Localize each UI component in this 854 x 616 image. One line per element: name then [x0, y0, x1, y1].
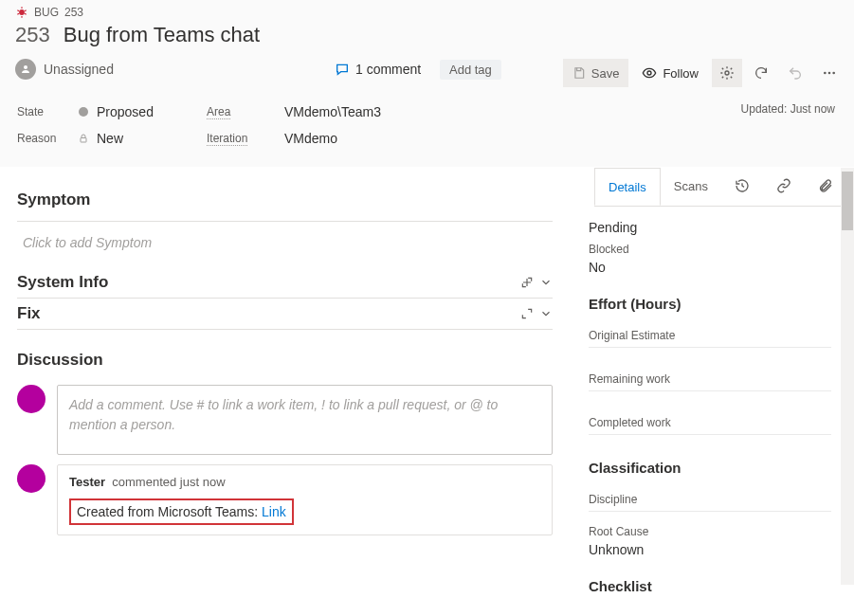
undo-button[interactable] — [780, 59, 810, 87]
expand-icon[interactable] — [520, 276, 534, 289]
expand-icon[interactable] — [520, 307, 534, 320]
comment-body: Created from Microsoft Teams: Link — [69, 498, 540, 525]
comment-card: Tester commented just now Created from M… — [57, 464, 553, 535]
unassigned-avatar-icon — [15, 59, 36, 80]
more-actions-button[interactable] — [814, 59, 845, 87]
comment-time: commented just now — [112, 475, 225, 489]
fix-heading: Fix — [17, 304, 41, 323]
chevron-down-icon[interactable] — [539, 307, 553, 320]
highlighted-comment: Created from Microsoft Teams: Link — [69, 498, 294, 525]
save-button[interactable]: Save — [563, 59, 629, 87]
completed-work-field[interactable]: Completed work — [589, 405, 831, 435]
original-estimate-field[interactable]: Original Estimate — [589, 317, 831, 348]
commenter-avatar — [17, 464, 45, 493]
checklist-heading: Checklist — [589, 565, 831, 600]
area-value[interactable]: VMdemo\Team3 — [284, 104, 381, 119]
comments-link[interactable]: 1 comment — [335, 62, 421, 77]
undo-icon — [788, 65, 803, 81]
discussion-heading: Discussion — [17, 343, 553, 375]
svg-point-3 — [725, 71, 729, 75]
root-cause-value[interactable]: Unknown — [589, 538, 831, 565]
blocked-value[interactable]: No — [589, 256, 831, 282]
state-label: State — [17, 105, 78, 118]
symptom-input[interactable]: Click to add Symptom — [17, 231, 553, 267]
link-icon — [776, 178, 791, 193]
updated-text: Updated: Just now — [741, 102, 835, 116]
system-info-section[interactable]: System Info — [17, 267, 553, 299]
toolbar: Save Follow — [563, 59, 845, 87]
tab-links[interactable] — [763, 168, 805, 206]
breadcrumb-id: 253 — [64, 6, 83, 19]
scrollbar-track[interactable] — [841, 168, 854, 585]
bug-icon — [15, 6, 28, 19]
svg-point-7 — [79, 107, 88, 117]
symptom-heading: Symptom — [17, 183, 553, 215]
reason-value[interactable]: New — [78, 131, 123, 146]
side-panel: Details Scans Pending Blocked No Effort … — [579, 168, 854, 585]
classification-heading: Classification — [589, 435, 831, 481]
save-label: Save — [591, 66, 620, 81]
content: Symptom Click to add Symptom System Info… — [0, 168, 854, 585]
main-panel: Symptom Click to add Symptom System Info… — [0, 168, 579, 585]
history-icon — [735, 178, 750, 193]
refresh-button[interactable] — [746, 59, 776, 87]
svg-point-5 — [828, 72, 831, 75]
current-user-avatar — [17, 385, 45, 413]
title-row: 253 Bug from Teams chat — [8, 21, 854, 55]
settings-button[interactable] — [712, 59, 742, 87]
gear-icon — [719, 65, 735, 81]
tab-scans[interactable]: Scans — [661, 168, 721, 206]
blocked-label: Blocked — [589, 243, 831, 256]
svg-point-6 — [832, 72, 835, 75]
work-item-id: 253 — [15, 23, 50, 47]
fix-section[interactable]: Fix — [17, 299, 553, 330]
discussion-section: Discussion Add a comment. Use # to link … — [17, 343, 553, 535]
breadcrumb-type: BUG — [34, 6, 59, 19]
svg-point-4 — [824, 72, 827, 75]
side-tabs: Details Scans — [594, 168, 854, 207]
comments-count: 1 comment — [355, 62, 421, 77]
svg-point-2 — [647, 71, 651, 75]
add-comment-input[interactable]: Add a comment. Use # to link a work item… — [57, 385, 553, 455]
effort-heading: Effort (Hours) — [589, 282, 831, 317]
side-fields: Pending Blocked No Effort (Hours) Origin… — [579, 207, 854, 600]
eye-icon — [642, 65, 657, 81]
attachment-icon — [818, 178, 833, 193]
state-value[interactable]: Proposed — [78, 104, 154, 119]
system-info-heading: System Info — [17, 273, 108, 292]
save-icon — [572, 66, 586, 80]
discipline-field[interactable]: Discipline — [589, 481, 831, 512]
scrollbar-thumb[interactable] — [842, 172, 853, 230]
breadcrumb: BUG 253 — [8, 0, 854, 21]
add-tag-button[interactable]: Add tag — [440, 60, 501, 80]
reason-label: Reason — [17, 132, 78, 145]
chevron-down-icon[interactable] — [539, 276, 553, 289]
remaining-work-field[interactable]: Remaining work — [589, 361, 831, 391]
work-item-title[interactable]: Bug from Teams chat — [64, 23, 260, 47]
svg-point-0 — [19, 9, 25, 15]
state-dot-icon — [78, 106, 89, 118]
header: BUG 253 253 Bug from Teams chat Unassign… — [0, 0, 854, 89]
tab-details[interactable]: Details — [594, 168, 661, 206]
comment-author: Tester — [69, 475, 105, 489]
refresh-icon — [754, 65, 769, 81]
follow-label: Follow — [663, 66, 699, 81]
assigned-to[interactable]: Unassigned — [15, 59, 114, 80]
area-label: Area — [207, 105, 230, 119]
follow-button[interactable]: Follow — [632, 59, 708, 87]
fields-bar: Updated: Just now State Proposed Area VM… — [0, 89, 854, 168]
assigned-to-label: Unassigned — [44, 62, 114, 77]
iteration-label: Iteration — [207, 132, 247, 146]
divider — [17, 221, 553, 222]
comment-meta: Tester commented just now — [69, 475, 540, 489]
pending-value: Pending — [589, 216, 831, 243]
svg-rect-8 — [81, 138, 86, 143]
more-icon — [822, 65, 837, 81]
tab-history[interactable] — [721, 168, 763, 206]
lock-icon — [78, 133, 89, 144]
svg-point-1 — [24, 65, 27, 69]
root-cause-label: Root Cause — [589, 525, 831, 538]
iteration-value[interactable]: VMdemo — [284, 131, 337, 146]
teams-link[interactable]: Link — [262, 504, 286, 519]
